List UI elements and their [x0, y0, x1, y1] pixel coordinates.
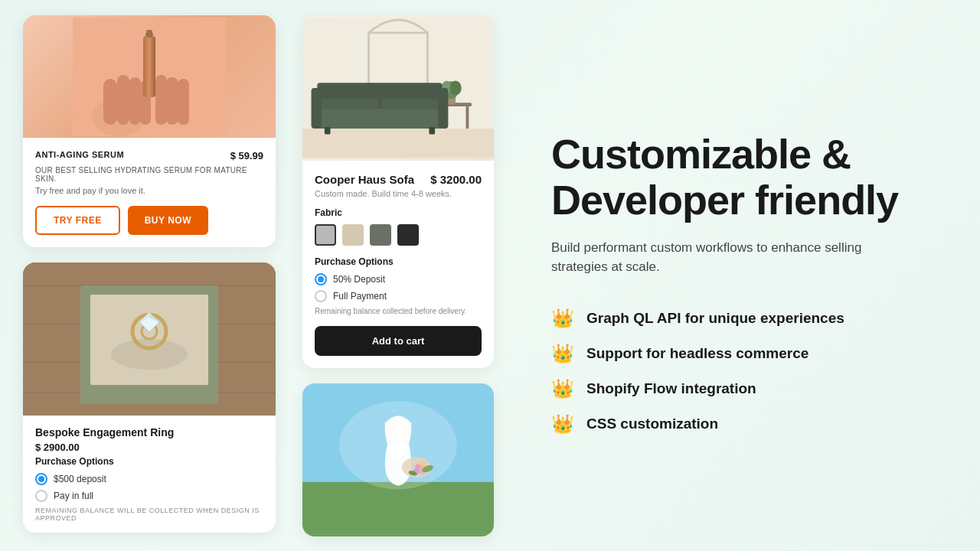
feature-text-4: CSS customization — [586, 416, 718, 432]
feature-text-1: Graph QL API for unique experiences — [586, 310, 844, 327]
ring-illustration — [23, 262, 276, 416]
sofa-radio-deposit[interactable] — [315, 273, 327, 285]
svg-rect-40 — [325, 127, 331, 135]
feature-item-3: 👑 Shopify Flow integration — [551, 378, 934, 399]
left-panel: ANTI-AGING SERUM $ 59.99 OUR BEST SELLIN… — [0, 0, 291, 551]
wedding-image — [302, 383, 494, 536]
svg-rect-41 — [429, 127, 435, 135]
sofa-image — [302, 15, 494, 161]
wedding-card — [302, 383, 494, 536]
right-panel: Customizable & Developer friendly Build … — [505, 0, 980, 551]
svg-rect-7 — [143, 36, 155, 97]
feature-list: 👑 Graph QL API for unique experiences 👑 … — [551, 308, 934, 435]
buy-now-button[interactable]: BUY NOW — [128, 206, 208, 235]
svg-point-19 — [111, 339, 188, 370]
serum-card-body: ANTI-AGING SERUM $ 59.99 OUR BEST SELLIN… — [23, 138, 276, 247]
swatch-beige[interactable] — [342, 224, 364, 246]
svg-point-33 — [449, 80, 461, 95]
fabric-label: Fabric — [315, 207, 482, 218]
ring-image — [23, 262, 276, 416]
sofa-radio-full[interactable] — [315, 290, 327, 302]
svg-rect-26 — [302, 129, 494, 158]
sofa-purchase-label: Purchase Options — [315, 256, 482, 267]
serum-button-row: TRY FREE BUY NOW — [35, 206, 263, 235]
svg-rect-4 — [129, 77, 141, 125]
sofa-description: Custom made. Build time 4-8 weeks. — [315, 189, 482, 198]
serum-description: OUR BEST SELLING HYDRATING SERUM FOR MAT… — [35, 166, 263, 183]
sofa-illustration — [302, 15, 494, 161]
sofa-option1[interactable]: 50% Deposit — [315, 273, 482, 285]
crown-icon-4: 👑 — [551, 413, 574, 435]
svg-point-51 — [418, 461, 423, 465]
engagement-option1[interactable]: $500 deposit — [35, 473, 263, 485]
sofa-remaining: Remaining balance collected before deliv… — [315, 307, 482, 315]
svg-rect-11 — [178, 79, 189, 125]
feature-text-3: Shopify Flow integration — [586, 380, 756, 397]
crown-icon-2: 👑 — [551, 343, 574, 364]
serum-card: ANTI-AGING SERUM $ 59.99 OUR BEST SELLIN… — [23, 15, 276, 247]
svg-rect-37 — [381, 99, 439, 109]
svg-rect-3 — [117, 75, 129, 125]
feature-item-4: 👑 CSS customization — [551, 413, 934, 435]
feature-text-2: Support for headless commerce — [586, 345, 808, 362]
radio-full[interactable] — [35, 490, 47, 502]
sofa-name: Cooper Haus Sofa — [315, 173, 414, 186]
svg-rect-36 — [321, 99, 378, 109]
svg-rect-9 — [155, 75, 167, 125]
radio-deposit[interactable] — [35, 473, 47, 485]
crown-icon-3: 👑 — [551, 378, 574, 399]
sofa-price: $ 3200.00 — [430, 173, 482, 186]
serum-card-header: ANTI-AGING SERUM $ 59.99 — [35, 150, 263, 161]
serum-price: $ 59.99 — [230, 150, 263, 161]
heading-line1: Customizable & — [551, 131, 851, 177]
sofa-header: Cooper Haus Sofa $ 3200.00 — [315, 173, 482, 186]
feature-item-2: 👑 Support for headless commerce — [551, 343, 934, 364]
engagement-price: $ 2900.00 — [35, 442, 263, 453]
try-free-button[interactable]: TRY FREE — [35, 206, 120, 235]
serum-image — [23, 15, 276, 138]
engagement-card-body: Bespoke Engagement Ring $ 2900.00 Purcha… — [23, 416, 276, 533]
svg-rect-34 — [317, 106, 442, 129]
engagement-name: Bespoke Engagement Ring — [35, 426, 263, 439]
svg-rect-38 — [312, 88, 322, 129]
add-to-cart-button[interactable]: Add to cart — [315, 326, 482, 356]
swatch-black[interactable] — [397, 224, 419, 246]
engagement-option2[interactable]: Pay in full — [35, 490, 263, 502]
svg-rect-10 — [166, 77, 178, 125]
serum-illustration — [73, 18, 226, 136]
engagement-card: Bespoke Engagement Ring $ 2900.00 Purcha… — [23, 262, 276, 533]
engagement-remaining: REMAINING BALANCE WILL BE COLLECTED WHEN… — [35, 507, 263, 522]
engagement-purchase-label: Purchase Options — [35, 456, 263, 467]
svg-rect-43 — [302, 482, 494, 533]
sofa-card: Cooper Haus Sofa $ 3200.00 Custom made. … — [302, 15, 494, 368]
svg-rect-29 — [466, 106, 469, 129]
swatch-gray[interactable] — [315, 224, 336, 246]
sofa-option2[interactable]: Full Payment — [315, 290, 482, 302]
wedding-illustration — [302, 383, 494, 536]
svg-rect-8 — [146, 30, 152, 37]
subtitle: Build performant custom workflows to enh… — [551, 238, 873, 277]
swatch-darkgray[interactable] — [370, 224, 391, 246]
serum-tagline: Try free and pay if you love it. — [35, 186, 263, 195]
svg-rect-39 — [438, 88, 448, 129]
fabric-swatches — [315, 224, 482, 246]
main-heading: Customizable & Developer friendly — [551, 132, 934, 223]
svg-rect-2 — [103, 79, 117, 125]
crown-icon-1: 👑 — [551, 308, 574, 329]
sofa-card-body: Cooper Haus Sofa $ 3200.00 Custom made. … — [302, 161, 494, 368]
heading-line2: Developer friendly — [551, 177, 898, 223]
serum-name: ANTI-AGING SERUM — [35, 150, 124, 159]
middle-panel: Cooper Haus Sofa $ 3200.00 Custom made. … — [291, 0, 505, 551]
feature-item-1: 👑 Graph QL API for unique experiences — [551, 308, 934, 329]
